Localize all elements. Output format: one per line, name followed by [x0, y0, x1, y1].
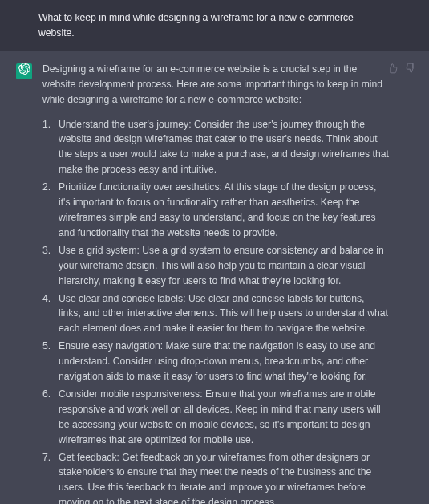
assistant-message-row: Designing a wireframe for an e-commerce …: [0, 51, 429, 504]
user-message-row: What to keep in mind while designing a w…: [0, 0, 429, 51]
list-item: Use a grid system: Use a grid system to …: [42, 243, 389, 289]
list-item: Ensure easy navigation: Make sure that t…: [42, 339, 389, 384]
assistant-list: Understand the user's journey: Consider …: [42, 117, 389, 504]
thumbs-down-icon: [405, 65, 416, 76]
list-item: Prioritize functionality over aesthetics…: [42, 180, 389, 241]
openai-logo-icon: [18, 63, 30, 79]
thumbs-down-button[interactable]: [405, 63, 416, 74]
list-item: Consider mobile responsiveness: Ensure t…: [42, 387, 389, 448]
list-item: Get feedback: Get feedback on your wiref…: [42, 450, 389, 504]
assistant-intro: Designing a wireframe for an e-commerce …: [42, 62, 389, 108]
list-item: Use clear and concise labels: Use clear …: [42, 291, 389, 337]
thumbs-up-button[interactable]: [387, 63, 399, 74]
thumbs-up-icon: [387, 65, 399, 76]
user-message-text: What to keep in mind while designing a w…: [38, 10, 391, 41]
feedback-controls: [387, 63, 416, 74]
list-item: Understand the user's journey: Consider …: [42, 117, 389, 178]
assistant-content: Designing a wireframe for an e-commerce …: [42, 62, 413, 504]
assistant-avatar: [16, 63, 32, 79]
